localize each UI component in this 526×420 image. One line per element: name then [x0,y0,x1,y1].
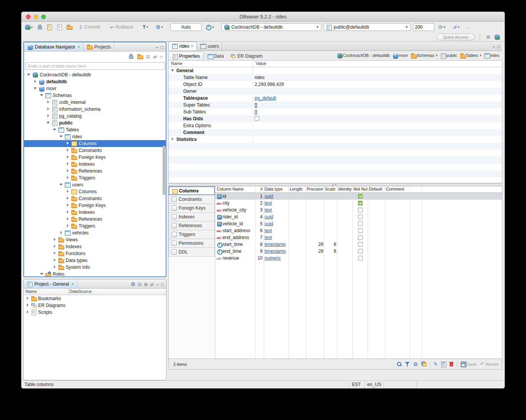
property-row-tablespace[interactable]: Tablespacepg_default [169,95,502,102]
breadcrumb-table-rides[interactable]: rides [484,53,499,58]
expander-icon[interactable] [66,169,70,173]
rollback-button[interactable]: Rollback [110,23,133,31]
calc-icon[interactable] [441,362,446,367]
filter-icon[interactable] [405,362,410,367]
tree-item-rides-constraints[interactable]: Constraints [24,147,166,154]
expander-icon[interactable] [60,183,63,187]
col-header-identity[interactable]: Identity [338,187,352,191]
expander-icon[interactable] [34,87,37,90]
expander-icon[interactable] [66,204,70,207]
maximize-editor-icon[interactable] [497,43,500,50]
expander-icon[interactable] [66,176,70,180]
open-perspective-button[interactable] [486,33,490,41]
grid-row-vehicle-id[interactable]: vehicle_id 5 uuid [215,220,502,227]
tree-item-users-references[interactable]: References [24,216,166,223]
grid-row-rider-id[interactable]: rider_id 4 uuid [215,213,502,220]
new-connection-button[interactable] [24,23,33,31]
commit-mode-combo[interactable]: Auto [170,23,202,31]
data-type-link[interactable]: uuid [265,214,273,220]
quick-access-button[interactable]: Quick Access [437,34,475,40]
property-group-statistics[interactable]: Statistics [169,136,502,143]
tree-item-information-schema[interactable]: information_schema [24,106,166,113]
data-type-link[interactable]: uuid [265,194,273,199]
expander-icon[interactable] [66,142,70,145]
subtab-properties[interactable]: Properties [168,52,204,60]
expander-icon[interactable] [53,128,57,132]
connection-combo[interactable]: CockroachDB - defaultdb [221,23,321,31]
link-with-editor-icon[interactable] [150,281,154,288]
collapse-all-icon[interactable] [146,53,150,60]
tablespace-link[interactable]: pg_default [255,95,276,101]
col-header-value[interactable]: Value [256,61,266,66]
tree-item-views[interactable]: Views [24,236,166,243]
expander-icon[interactable] [66,197,70,200]
link-with-editor-icon[interactable] [153,53,157,60]
open-sql-script-button[interactable] [56,23,63,31]
grid-row-city[interactable]: city 2 text [215,200,502,207]
has-oids-checkbox[interactable] [255,116,259,121]
breadcrumb-schemas[interactable]: Schemas [411,53,437,58]
view-menu-icon[interactable] [160,53,163,60]
close-icon[interactable] [71,281,74,287]
not-null-checkbox[interactable] [358,215,363,219]
delete-icon[interactable] [449,362,453,367]
expander-icon[interactable] [171,137,175,141]
expander-icon[interactable] [53,238,57,242]
tree-item-connection[interactable]: CockroachDB - defaultdb [24,71,166,78]
expander-icon[interactable] [60,135,63,139]
schema-combo[interactable]: public@defaultdb [324,23,411,31]
expander-icon[interactable] [40,94,44,97]
grid-row-revenue[interactable]: revenue 10 numeric [215,255,502,262]
tree-item-rides-foreign-keys[interactable]: Foreign Keys [24,154,166,161]
property-row-object-id[interactable]: Object ID2,293,998,429 [169,81,502,88]
expander-icon[interactable] [26,297,30,300]
back-button[interactable] [466,23,471,31]
tree-item-users-constraints[interactable]: Constraints [24,195,166,202]
expander-icon[interactable] [47,121,50,125]
refresh-dropdown[interactable] [438,23,445,31]
details-tab-triggers[interactable]: Triggers [169,230,215,239]
edit-icon[interactable] [434,361,438,367]
recent-script-button[interactable] [66,23,73,31]
tree-item-defaultdb[interactable]: defaultdb [24,78,166,85]
not-null-checkbox[interactable] [358,221,363,226]
expander-icon[interactable] [53,252,57,255]
splitter-grip-icon[interactable] [332,184,337,186]
close-icon[interactable] [77,44,80,50]
tree-item-movr[interactable]: movr [24,85,166,92]
data-type-link[interactable]: text [265,207,272,213]
expander-icon[interactable] [53,245,57,249]
property-row-sub-tables[interactable]: Sub Tables[] [169,108,502,115]
sql-editor-button[interactable] [47,23,53,31]
details-tab-foreign-keys[interactable]: Foreign Keys [169,204,215,213]
grid-row-start-address[interactable]: start_address 6 text [215,227,502,234]
expander-icon[interactable] [27,73,31,77]
property-row-super-tables[interactable]: Super Tables[] [169,102,502,108]
tree-item-users-indexes[interactable]: Indexes [24,209,166,216]
data-type-link[interactable]: timestamp [265,249,286,254]
tree-item-er-diagrams[interactable]: ER Diagrams [24,302,166,309]
dbeaver-perspective-button[interactable] [494,33,500,41]
expander-icon[interactable] [66,217,70,221]
expander-icon[interactable] [66,190,70,194]
col-header-num[interactable]: # [255,187,263,191]
tree-item-crdb-internal[interactable]: crdb_internal [24,99,166,106]
save-button[interactable]: Save [461,362,477,367]
layout-icon[interactable] [421,362,426,367]
table-search-input[interactable] [26,62,165,70]
details-tab-references[interactable]: References [169,221,215,230]
tree-item-tables[interactable]: Tables [24,126,166,133]
details-tab-indexes[interactable]: Indexes [169,213,215,221]
details-tab-constraints[interactable]: Constraints [169,195,215,204]
col-header-column-name[interactable]: Column Name [217,187,255,191]
expander-icon[interactable] [34,80,37,84]
breadcrumb-connection[interactable]: CockroachDB - defaultdb [337,53,390,58]
maximize-view-icon[interactable] [161,44,163,50]
expander-icon[interactable] [66,210,70,214]
property-group-general[interactable]: General [169,67,502,74]
transaction-mode-dropdown[interactable] [143,23,148,31]
not-null-checkbox[interactable] [358,249,363,254]
expander-icon[interactable] [26,304,30,307]
data-type-link[interactable]: text [265,200,272,206]
tree-item-rides[interactable]: rides [24,133,166,140]
